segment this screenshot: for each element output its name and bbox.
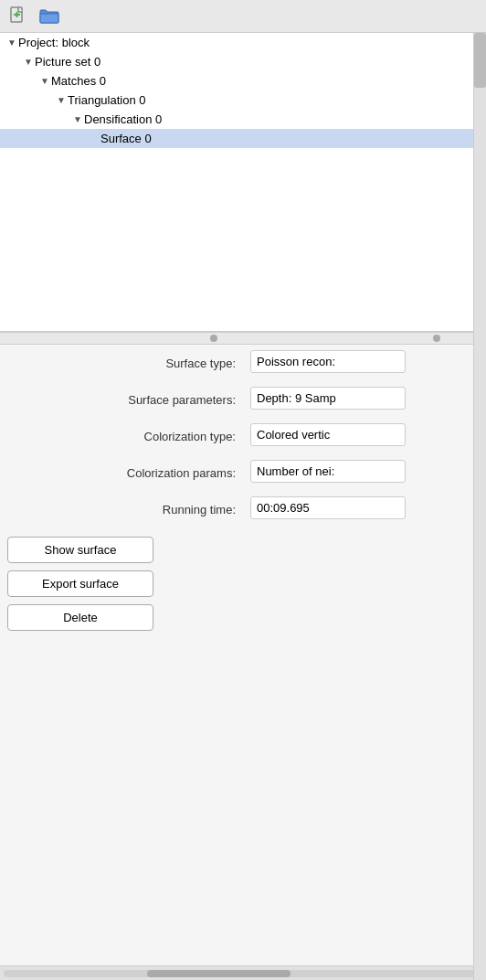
tree-item-triangulation[interactable]: ▼ Triangulation 0: [0, 91, 486, 110]
vertical-scrollbar[interactable]: [473, 33, 486, 980]
arrow-icon: ▼: [22, 57, 35, 67]
running-time-label: Running time:: [0, 491, 243, 527]
arrow-icon: ▼: [38, 76, 51, 86]
running-time-value: 00:09.695: [250, 496, 406, 519]
surface-type-value: Poisson recon:: [250, 350, 406, 373]
toolbar: [0, 0, 486, 33]
action-buttons: Show surface Export surface Delete: [0, 527, 486, 640]
delete-button[interactable]: Delete: [7, 604, 153, 631]
tree-item-picture-set[interactable]: ▼ Picture set 0: [0, 52, 486, 71]
surface-type-row: Surface type: Poisson recon:: [0, 345, 486, 381]
tree-item-project[interactable]: ▼ Project: block: [0, 33, 486, 52]
scrollbar-track: [4, 970, 482, 977]
colorization-params-value: Number of nei:: [250, 460, 406, 483]
colorization-type-row: Colorization type: Colored vertic: [0, 418, 486, 454]
surface-params-value: Depth: 9 Samp: [250, 387, 406, 410]
colorization-type-value: Colored vertic: [250, 423, 406, 446]
svg-rect-3: [40, 14, 58, 23]
tree-item-matches[interactable]: ▼ Matches 0: [0, 71, 486, 91]
running-time-value-cell: 00:09.695: [243, 491, 486, 527]
divider-dot-left: [210, 335, 217, 342]
triangulation-label: Triangulation 0: [68, 93, 146, 107]
surface-type-label: Surface type:: [0, 345, 243, 381]
export-surface-button[interactable]: Export surface: [7, 570, 153, 597]
divider-dot-right: [433, 335, 440, 342]
colorization-type-value-cell: Colored vertic: [243, 418, 486, 454]
colorization-params-row: Colorization params: Number of nei:: [0, 454, 486, 491]
arrow-icon: ▼: [5, 37, 18, 48]
folder-icon[interactable]: [37, 4, 62, 29]
arrow-icon: ▼: [55, 95, 68, 105]
surface-params-row: Surface parameters: Depth: 9 Samp: [0, 381, 486, 418]
surface-label: Surface 0: [100, 132, 152, 145]
colorization-params-value-cell: Number of nei:: [243, 454, 486, 491]
properties-panel: Surface type: Poisson recon: Surface par…: [0, 345, 486, 965]
surface-params-label: Surface parameters:: [0, 381, 243, 418]
scrollbar-thumb[interactable]: [147, 970, 291, 977]
surface-type-value-cell: Poisson recon:: [243, 345, 486, 381]
project-label: Project: block: [18, 36, 90, 49]
densification-label: Densification 0: [84, 112, 162, 126]
matches-label: Matches 0: [51, 74, 106, 88]
horizontal-scrollbar[interactable]: [0, 965, 486, 980]
new-file-icon[interactable]: [5, 4, 31, 29]
show-surface-button[interactable]: Show surface: [7, 537, 153, 563]
picture-set-label: Picture set 0: [35, 55, 100, 69]
tree-empty-space: [0, 148, 486, 331]
surface-params-value-cell: Depth: 9 Samp: [243, 381, 486, 418]
tree-item-surface[interactable]: Surface 0: [0, 129, 486, 148]
running-time-row: Running time: 00:09.695: [0, 491, 486, 527]
tree-item-densification[interactable]: ▼ Densification 0: [0, 110, 486, 129]
colorization-params-label: Colorization params:: [0, 454, 243, 491]
colorization-type-label: Colorization type:: [0, 418, 243, 454]
arrow-icon: ▼: [71, 114, 84, 124]
tree-panel: ▼ Project: block ▼ Picture set 0 ▼ Match…: [0, 33, 486, 332]
vertical-scrollbar-thumb[interactable]: [474, 33, 486, 88]
panel-divider[interactable]: [0, 332, 486, 345]
